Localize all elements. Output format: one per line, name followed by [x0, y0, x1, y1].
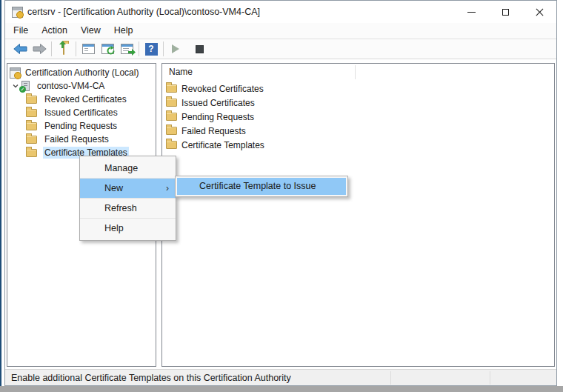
list-item-label: Pending Requests: [181, 112, 254, 122]
tree-item-label: Revoked Certificates: [43, 93, 128, 105]
folder-icon: [26, 96, 37, 104]
list-rows: Revoked Certificates Issued Certificates…: [162, 80, 554, 152]
minimize-button[interactable]: [454, 1, 488, 23]
menu-file[interactable]: File: [5, 23, 35, 39]
window-controls: [454, 1, 556, 23]
context-menu: Manage New › Refresh Help: [79, 156, 176, 241]
status-text: Enable additional Certificate Templates …: [5, 373, 291, 383]
back-arrow-icon: [13, 44, 27, 54]
submenu-arrow-icon: ›: [166, 179, 169, 198]
statusbar-pane-divider: [390, 371, 391, 385]
list-item-certificate-templates[interactable]: Certificate Templates: [162, 138, 554, 152]
tree-item-issued-certificates[interactable]: Issued Certificates: [7, 106, 156, 119]
context-menu-item-manage[interactable]: Manage: [80, 159, 176, 178]
export-list-icon: [121, 44, 133, 54]
folder-icon: [26, 109, 37, 117]
minimize-icon: [467, 12, 476, 13]
tree-item-pending-requests[interactable]: Pending Requests: [7, 119, 156, 133]
menu-action[interactable]: Action: [35, 23, 74, 39]
app-icon: [12, 7, 23, 18]
toolbar-separator: [51, 41, 52, 56]
tree-item-label: Issued Certificates: [43, 107, 119, 119]
desktop-taskbar-strip: [0, 386, 563, 392]
list-item-issued-certificates[interactable]: Issued Certificates: [162, 96, 554, 110]
titlebar[interactable]: certsrv - [Certification Authority (Loca…: [5, 1, 556, 23]
statusbar: Enable additional Certificate Templates …: [5, 369, 556, 385]
start-service-icon: [172, 44, 179, 53]
list-item-pending-requests[interactable]: Pending Requests: [162, 110, 554, 124]
list-header: Name: [162, 64, 554, 80]
refresh-icon: [101, 44, 114, 54]
background-window-edge: [0, 0, 1, 386]
tree-item-label: Certification Authority (Local): [24, 67, 140, 79]
window-title: certsrv - [Certification Authority (Loca…: [27, 7, 260, 17]
console-tree: Certification Authority (Local) contoso-…: [7, 64, 156, 159]
folder-icon: [26, 122, 37, 130]
folder-icon: [26, 149, 37, 157]
help-button[interactable]: ?: [141, 40, 161, 58]
folder-icon: [166, 127, 177, 135]
column-divider[interactable]: [355, 65, 356, 79]
results-list-pane: Name Revoked Certificates Issued Certifi…: [161, 63, 555, 367]
certification-authority-icon: [10, 67, 21, 79]
list-item-label: Failed Requests: [181, 126, 246, 136]
context-menu-item-help[interactable]: Help: [80, 219, 176, 238]
context-menu-item-new[interactable]: New ›: [80, 179, 176, 198]
toolbar-separator: [76, 41, 76, 56]
maximize-icon: [502, 9, 509, 16]
tree-item-failed-requests[interactable]: Failed Requests: [7, 133, 156, 146]
show-console-tree-button[interactable]: [79, 40, 98, 58]
toolbar: ?: [5, 39, 556, 59]
tree-item-certification-authority[interactable]: Certification Authority (Local): [7, 66, 156, 79]
folder-icon: [166, 113, 177, 121]
list-item-revoked-certificates[interactable]: Revoked Certificates: [162, 82, 554, 96]
tree-item-label: contoso-VM4-CA: [36, 80, 106, 92]
refresh-button[interactable]: [98, 40, 117, 58]
show-console-tree-icon: [82, 44, 95, 54]
up-one-level-button[interactable]: [54, 40, 73, 58]
stop-service-button[interactable]: [190, 40, 209, 58]
back-button[interactable]: [10, 40, 30, 58]
context-menu-item-refresh[interactable]: Refresh: [80, 199, 176, 218]
list-item-label: Revoked Certificates: [181, 84, 264, 94]
server-check-icon: [21, 81, 30, 91]
list-item-label: Certificate Templates: [181, 140, 264, 150]
tree-item-label: Pending Requests: [43, 120, 119, 132]
menu-help[interactable]: Help: [107, 23, 140, 39]
tree-item-revoked-certificates[interactable]: Revoked Certificates: [7, 93, 156, 106]
new-submenu: Certificate Template to Issue: [175, 176, 348, 197]
toolbar-separator: [163, 41, 164, 56]
start-service-button[interactable]: [166, 40, 185, 58]
maximize-button[interactable]: [488, 1, 522, 23]
up-one-level-icon: [63, 44, 64, 54]
folder-icon: [26, 136, 37, 144]
list-item-label: Issued Certificates: [181, 98, 255, 108]
context-menu-item-label: New: [104, 183, 123, 193]
close-button[interactable]: [522, 1, 556, 23]
stop-service-icon: [196, 45, 204, 53]
menubar: File Action View Help: [5, 23, 556, 39]
submenu-item-certificate-template-to-issue[interactable]: Certificate Template to Issue: [177, 178, 346, 195]
tree-item-label: Failed Requests: [43, 133, 110, 145]
menu-view[interactable]: View: [74, 23, 107, 39]
folder-icon: [166, 99, 177, 107]
export-list-button[interactable]: [117, 40, 136, 58]
column-header-name[interactable]: Name: [169, 67, 193, 77]
folder-icon: [166, 84, 177, 93]
toolbar-separator: [139, 41, 139, 56]
statusbar-pane-divider: [490, 371, 490, 385]
folder-icon: [166, 141, 177, 149]
tree-item-contoso-vm4-ca[interactable]: contoso-VM4-CA: [7, 79, 156, 93]
help-icon: ?: [145, 43, 158, 56]
list-item-failed-requests[interactable]: Failed Requests: [162, 124, 554, 138]
forward-button[interactable]: [30, 40, 49, 58]
forward-arrow-icon: [33, 44, 47, 54]
close-icon: [535, 7, 544, 16]
